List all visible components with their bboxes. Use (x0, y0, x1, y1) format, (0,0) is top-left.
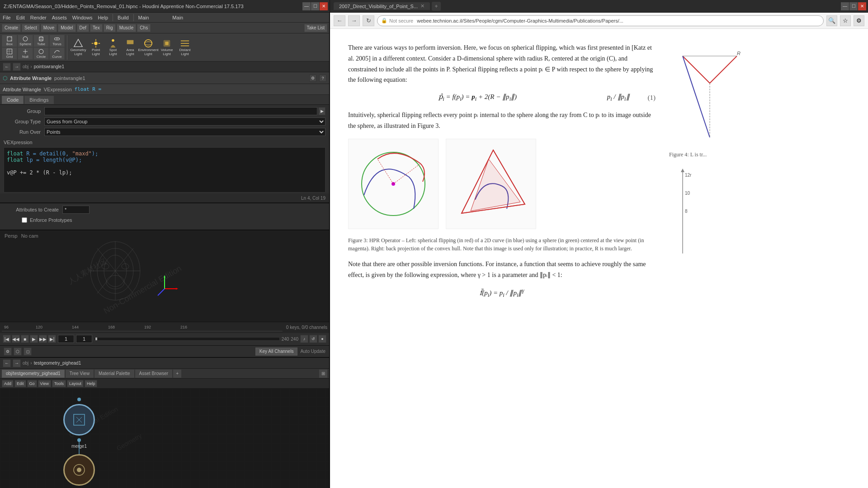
ne-layout-btn[interactable]: ⊞ (319, 370, 327, 378)
3d-viewport[interactable]: Persp No cam (0, 230, 329, 322)
minimize-btn[interactable]: — (302, 2, 311, 10)
menu-windows[interactable]: Windows (70, 15, 95, 20)
toolbar-muscle[interactable]: Muscle (117, 24, 137, 32)
close-btn[interactable]: ✕ (320, 2, 328, 10)
new-tab-btn[interactable]: + (432, 2, 441, 11)
light-volume[interactable]: Volume Light (158, 38, 175, 56)
bottom-btn2[interactable]: ⬡ (14, 347, 22, 356)
play-back[interactable]: ◀◀ (12, 335, 20, 343)
browser-search-btn[interactable]: 🔍 (826, 15, 837, 26)
tool-tube[interactable]: Tube (33, 35, 49, 47)
toolbar-rig[interactable]: Rig (104, 24, 116, 32)
browser-refresh-btn[interactable]: ↻ (363, 15, 374, 26)
attr-create-input[interactable] (62, 206, 90, 214)
ne-tab-2[interactable]: Material Palette (94, 370, 134, 378)
ne-layout[interactable]: Layout (67, 380, 84, 387)
browser-menu-btn[interactable]: ⚙ (854, 15, 864, 26)
ne-forward[interactable]: → (13, 359, 21, 367)
browser-url[interactable]: webee.technion.ac.il/Sites/People/cgm/Co… (417, 18, 820, 23)
ne-edit[interactable]: Edit (14, 380, 26, 387)
light-env[interactable]: Environment Light (139, 38, 157, 56)
light-geo[interactable]: Geometry Light (70, 38, 87, 56)
tool-grid[interactable]: Grid (2, 47, 17, 60)
timeline-ticks[interactable]: 96 120 144 168 192 216 0 keys, 0/0 chann… (0, 322, 329, 333)
browser-forward-btn[interactable]: → (348, 15, 360, 26)
tool-null[interactable]: Null (18, 47, 33, 60)
play-step[interactable]: ▶ (30, 335, 38, 343)
menu-edit[interactable]: Edit (14, 15, 28, 20)
browser-maximize-btn[interactable]: ☐ (849, 2, 858, 10)
tool-torus[interactable]: Torus (49, 35, 65, 47)
btn-audio[interactable]: ♪ (300, 335, 308, 343)
tool-circle[interactable]: Circle (33, 47, 49, 60)
light-spot[interactable]: Spot Light (105, 38, 121, 56)
frame-input[interactable]: 1 (58, 335, 74, 343)
ne-back[interactable]: ← (3, 359, 11, 367)
node-attrib1[interactable]: attribwrangle1 (63, 454, 95, 488)
attr-panel-settings[interactable]: ⚙ (309, 75, 316, 82)
menu-build[interactable]: Build (115, 15, 131, 20)
tool-box[interactable]: Box (2, 35, 17, 47)
timeline-handle[interactable] (95, 338, 97, 340)
enforce-checkbox[interactable] (22, 217, 27, 223)
toolbar-def[interactable]: Def (77, 24, 90, 32)
menu-help[interactable]: Help (95, 15, 111, 20)
bottom-btn3[interactable]: ◻ (24, 347, 32, 356)
browser-tab-close[interactable]: ✕ (420, 3, 425, 9)
frame-input2[interactable]: 1 (76, 335, 92, 343)
attr-wrangle-panel: ⬡ Attribute Wrangle pointwrangle1 ⚙ ? At… (0, 72, 329, 203)
group-add-btn[interactable]: ▶ (318, 107, 326, 115)
ne-tab-3[interactable]: Asset Browser (135, 370, 172, 378)
menu-render[interactable]: Render (28, 15, 49, 20)
browser-star-btn[interactable]: ☆ (840, 15, 851, 26)
bottom-btn1[interactable]: ⚙ (4, 347, 12, 356)
menu-assets[interactable]: Assets (49, 15, 70, 20)
tab-bindings[interactable]: Bindings (24, 96, 53, 104)
toolbar-take-list[interactable]: Take List (304, 24, 327, 32)
maximize-btn[interactable]: ☐ (311, 2, 319, 10)
light-distant[interactable]: Distant Light (176, 38, 193, 56)
toolbar-select[interactable]: Select (22, 24, 40, 32)
play-forward[interactable]: ▶▶ (39, 335, 47, 343)
ne-go[interactable]: Go (27, 380, 37, 387)
ne-tab-0[interactable]: obj/testgeometry_pighead1 (2, 370, 65, 378)
light-area[interactable]: Area Light (122, 38, 138, 56)
key-all-channels-btn[interactable]: Key All Channels (255, 347, 298, 356)
group-input[interactable] (44, 107, 317, 115)
ne-tab-add[interactable]: + (173, 370, 181, 378)
browser-tab[interactable]: 2007_Direct_Visibility_of_Point_S... ✕ (334, 2, 430, 10)
browser-close-btn[interactable]: ✕ (858, 2, 866, 10)
node-merge1[interactable]: merge1 (63, 398, 95, 449)
code-editor[interactable]: float R = detail(0, "maxd"); float lp = … (4, 147, 326, 192)
btn-rec[interactable]: ● (318, 335, 326, 343)
browser-lock-icon: 🔒 (381, 18, 387, 23)
play-end[interactable]: ▶| (48, 335, 56, 343)
browser-minimize-btn[interactable]: — (841, 2, 849, 10)
nav-back[interactable]: ← (3, 63, 11, 71)
toolbar-model[interactable]: Model (58, 24, 75, 32)
node-canvas[interactable]: Commercial Edition Geometry (0, 389, 329, 488)
play-stop[interactable]: ■ (21, 335, 29, 343)
ne-view[interactable]: View (38, 380, 51, 387)
nav-forward[interactable]: → (13, 63, 21, 71)
run-over-select[interactable]: Points (44, 128, 326, 136)
play-start[interactable]: |◀ (3, 335, 11, 343)
group-type-select[interactable]: Guess from Group (44, 117, 326, 126)
attr-panel-help[interactable]: ? (319, 75, 326, 82)
ne-tab-1[interactable]: Tree View (66, 370, 94, 378)
toolbar-create[interactable]: Create (2, 24, 21, 32)
tool-curve[interactable]: Curve (49, 47, 65, 60)
tool-sphere[interactable]: Sphere (18, 35, 33, 47)
ne-help[interactable]: Help (85, 380, 98, 387)
menu-file[interactable]: File (0, 15, 14, 20)
timeline-scrubber[interactable] (94, 337, 280, 341)
light-point[interactable]: Point Light (88, 38, 104, 56)
ne-add[interactable]: Add (2, 380, 14, 387)
ne-tools[interactable]: Tools (52, 380, 66, 387)
toolbar-tex[interactable]: Tex (90, 24, 103, 32)
btn-loop[interactable]: ↺ (309, 335, 317, 343)
toolbar-chs[interactable]: Chs (137, 24, 151, 32)
tab-code[interactable]: Code (2, 96, 24, 104)
toolbar-move[interactable]: Move (41, 24, 57, 32)
browser-back-btn[interactable]: ← (334, 15, 345, 26)
